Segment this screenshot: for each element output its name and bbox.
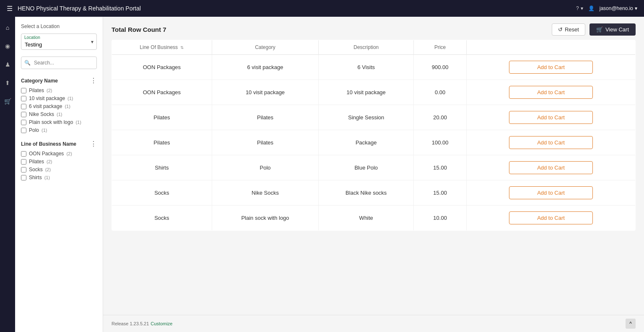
cell-description: 10 visit package (319, 80, 414, 105)
search-icon: 🔍 (24, 60, 31, 66)
cell-price: 100.00 (414, 130, 467, 155)
people-nav-icon[interactable]: ♟ (3, 59, 13, 70)
category-checkbox[interactable] (21, 88, 26, 93)
add-to-cart-button[interactable]: Add to Cart (509, 86, 593, 99)
data-table: Line Of Business ⇅ Category Description … (112, 40, 636, 231)
category-filter-header: Category Name ⋮ (21, 77, 97, 84)
cell-description: Package (319, 130, 414, 155)
select-location-label: Select a Location (21, 23, 97, 29)
content-area: Total Row Count 7 ↺ Reset 🛒 View Cart Li… (103, 17, 644, 332)
view-cart-button[interactable]: 🛒 View Cart (589, 23, 636, 36)
scroll-top-button[interactable]: ^ (626, 319, 636, 329)
top-nav: ☰ HENO Physical Therapy & Rehabilitation… (0, 0, 644, 17)
category-filter-item: Nike Socks (1) (21, 111, 97, 117)
icon-sidebar: ⌂ ◉ ♟ ⬆ 🛒 (0, 17, 15, 332)
add-to-cart-button[interactable]: Add to Cart (509, 211, 593, 224)
camera-nav-icon[interactable]: ◉ (3, 40, 13, 52)
header-actions: ↺ Reset 🛒 View Cart (552, 23, 636, 36)
lob-item-count: (2) (45, 167, 51, 172)
cell-category: 10 visit package (212, 80, 319, 105)
reset-button[interactable]: ↺ Reset (552, 23, 585, 36)
cart-nav-icon[interactable]: 🛒 (2, 95, 14, 107)
add-to-cart-button[interactable]: Add to Cart (509, 161, 593, 174)
add-to-cart-button[interactable]: Add to Cart (509, 136, 593, 149)
upload-nav-icon[interactable]: ⬆ (3, 77, 13, 89)
cell-lob: Shirts (112, 155, 212, 180)
cell-lob: OON Packages (112, 80, 212, 105)
category-more-button[interactable]: ⋮ (90, 77, 97, 84)
search-input[interactable] (21, 57, 97, 69)
cell-action: Add to Cart (467, 155, 636, 180)
category-checkbox[interactable] (21, 112, 26, 117)
category-checkbox[interactable] (21, 128, 26, 133)
cell-lob: Pilates (112, 130, 212, 155)
customize-link[interactable]: Customize (151, 321, 172, 326)
home-nav-icon[interactable]: ⌂ (3, 22, 12, 33)
content-footer: Release 1.23.5.21 Customize ^ (103, 315, 644, 332)
cell-action: Add to Cart (467, 55, 636, 80)
cell-price: 15.00 (414, 180, 467, 206)
cell-category: Pilates (212, 130, 319, 155)
lob-item-label: Shirts (29, 175, 42, 180)
cell-price: 20.00 (414, 105, 467, 130)
lob-item-label: Pilates (29, 159, 44, 165)
release-label: Release 1.23.5.21 (112, 321, 149, 326)
category-checkbox[interactable] (21, 96, 26, 101)
lob-filter-item: Shirts (1) (21, 175, 97, 180)
location-label: Location (24, 35, 40, 40)
cell-category: 6 visit package (212, 55, 319, 80)
category-filter-items: Pilates (2) 10 visit package (1) 6 visit… (21, 88, 97, 133)
category-checkbox[interactable] (21, 120, 26, 125)
cell-lob: Socks (112, 206, 212, 231)
help-button[interactable]: ? ▾ (576, 5, 583, 11)
col-action (467, 40, 636, 55)
user-button[interactable]: jason@heno.io ▾ (600, 5, 637, 11)
hamburger-menu[interactable]: ☰ (7, 5, 13, 13)
location-select-wrap: Location Testing ▾ (21, 33, 97, 50)
cell-action: Add to Cart (467, 105, 636, 130)
cell-description: Single Session (319, 105, 414, 130)
lob-filter-section: Line of Business Name ⋮ OON Packages (2)… (21, 141, 97, 180)
category-item-label: Nike Socks (29, 111, 54, 117)
table-row: OON Packages 6 visit package 6 Visits 90… (112, 55, 636, 80)
lob-filter-item: OON Packages (2) (21, 151, 97, 157)
lob-checkbox[interactable] (21, 175, 26, 180)
col-description: Description (319, 40, 414, 55)
category-item-label: 10 visit package (29, 95, 65, 101)
category-item-count: (1) (57, 112, 62, 117)
nav-right: ? ▾ 👤 jason@heno.io ▾ (576, 5, 637, 11)
lob-filter-items: OON Packages (2) Pilates (2) Socks (2) S… (21, 151, 97, 180)
col-lob[interactable]: Line Of Business ⇅ (112, 40, 212, 55)
col-category: Category (212, 40, 319, 55)
lob-checkbox[interactable] (21, 159, 26, 165)
add-to-cart-button[interactable]: Add to Cart (509, 111, 593, 124)
category-filter-section: Category Name ⋮ Pilates (2) 10 visit pac… (21, 77, 97, 133)
lob-checkbox[interactable] (21, 167, 26, 172)
cell-price: 900.00 (414, 55, 467, 80)
lob-filter-header: Line of Business Name ⋮ (21, 141, 97, 147)
table-row: Pilates Pilates Single Session 20.00 Add… (112, 105, 636, 130)
category-filter-item: Plain sock with logo (1) (21, 119, 97, 125)
lob-item-label: Socks (29, 167, 43, 172)
main-layout: ⌂ ◉ ♟ ⬆ 🛒 Select a Location Location Tes… (0, 17, 644, 332)
category-item-label: Plain sock with logo (29, 119, 73, 125)
lob-item-label: OON Packages (29, 151, 64, 157)
category-item-count: (2) (47, 88, 52, 93)
lob-item-count: (2) (66, 151, 72, 156)
cell-lob: Pilates (112, 105, 212, 130)
help-icon: ? (576, 5, 579, 11)
cell-action: Add to Cart (467, 130, 636, 155)
category-checkbox[interactable] (21, 104, 26, 109)
cell-lob: Socks (112, 180, 212, 206)
table-row: Socks Nike Socks Black Nike socks 15.00 … (112, 180, 636, 206)
reset-icon: ↺ (558, 26, 563, 33)
cell-description: Blue Polo (319, 155, 414, 180)
lob-item-count: (2) (47, 159, 52, 164)
lob-more-button[interactable]: ⋮ (90, 141, 97, 147)
lob-checkbox[interactable] (21, 151, 26, 157)
add-to-cart-button[interactable]: Add to Cart (509, 61, 593, 74)
col-price: Price (414, 40, 467, 55)
table-row: Pilates Pilates Package 100.00 Add to Ca… (112, 130, 636, 155)
add-to-cart-button[interactable]: Add to Cart (509, 186, 593, 199)
cell-category: Plain sock with logo (212, 206, 319, 231)
